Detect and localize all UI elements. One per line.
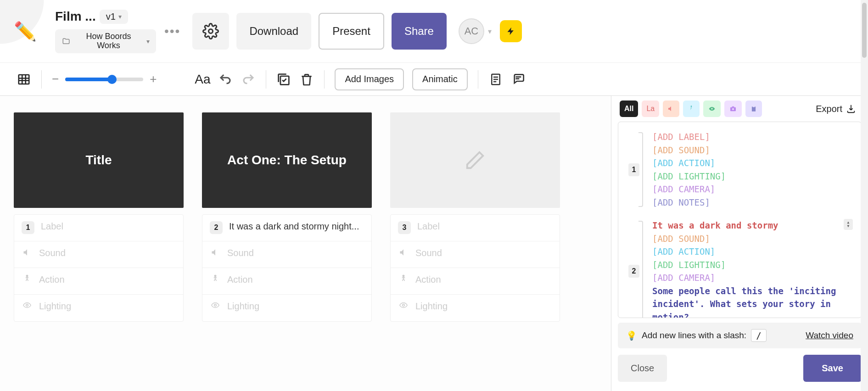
save-button[interactable]: Save <box>803 355 862 382</box>
present-button[interactable]: Present <box>319 13 384 50</box>
folder-selector[interactable]: How Boords Works ▾ <box>55 29 156 53</box>
script-line[interactable]: [ADD LABEL] <box>652 130 855 144</box>
frame-action-placeholder: Action <box>415 274 441 285</box>
script-line[interactable]: [ADD NOTES] <box>652 196 855 209</box>
frame-lighting-row[interactable]: Lighting <box>14 295 183 321</box>
scrollbar-thumb[interactable] <box>862 3 867 58</box>
svg-point-13 <box>732 108 734 110</box>
delete-button[interactable] <box>297 69 317 89</box>
add-images-button[interactable]: Add Images <box>335 68 404 90</box>
text-style-button[interactable]: Aa <box>192 69 213 89</box>
folder-label: How Boords Works <box>75 32 142 50</box>
filter-sound[interactable] <box>663 101 679 117</box>
frame-lighting-row[interactable]: Lighting <box>391 295 560 321</box>
redo-button[interactable] <box>238 69 258 89</box>
filter-all[interactable]: All <box>620 101 638 117</box>
script-line[interactable]: [ADD CAMERA] <box>652 183 855 196</box>
script-lines[interactable]: [ADD LABEL][ADD SOUND][ADD ACTION][ADD L… <box>646 130 855 209</box>
separator <box>266 70 266 89</box>
script-line[interactable]: [ADD LIGHTING] <box>652 258 855 272</box>
frame-number: 2 <box>210 221 223 234</box>
svg-point-0 <box>209 29 213 34</box>
frame-image[interactable] <box>390 112 560 208</box>
app-logo[interactable]: ✏️ <box>0 0 50 63</box>
storyboard-frame[interactable]: Title1LabelSoundActionLighting <box>14 112 184 374</box>
frame-sound-placeholder: Sound <box>227 248 254 258</box>
undo-icon <box>218 73 232 86</box>
storyboard-frame[interactable]: Act One: The Setup2It was a dark and sto… <box>202 112 372 374</box>
undo-button[interactable] <box>215 69 235 89</box>
script-line[interactable]: [ADD LIGHTING] <box>652 170 855 183</box>
script-line[interactable]: [ADD CAMERA] <box>652 271 855 285</box>
filter-lighting[interactable] <box>703 101 721 117</box>
zoom-in[interactable]: + <box>147 72 159 86</box>
script-line[interactable]: Some people call this the 'inciting inci… <box>652 285 855 318</box>
script-line[interactable]: [ADD ACTION] <box>652 245 855 258</box>
script-editor[interactable]: 1[ADD LABEL][ADD SOUND][ADD ACTION][ADD … <box>618 122 862 318</box>
script-gutter: 2 <box>625 219 643 318</box>
frame-lighting-row[interactable]: Lighting <box>202 295 371 321</box>
export-button[interactable]: Export <box>812 102 860 116</box>
script-block[interactable]: 1[ADD LABEL][ADD SOUND][ADD ACTION][ADD … <box>625 130 855 209</box>
notes-view-button[interactable] <box>486 69 506 89</box>
frame-sound-row[interactable]: Sound <box>391 241 560 268</box>
more-menu[interactable]: ••• <box>156 24 189 39</box>
filter-notes[interactable] <box>745 101 762 117</box>
zoom-thumb[interactable] <box>107 75 117 84</box>
project-title[interactable]: Film ... <box>55 9 96 24</box>
frame-image[interactable]: Act One: The Setup <box>202 112 372 208</box>
frame-label-text: It was a dark and stormy night... <box>229 221 359 232</box>
tip-key: / <box>751 329 766 342</box>
script-line[interactable]: [ADD SOUND] <box>652 144 855 157</box>
zoom-track[interactable] <box>65 78 143 81</box>
version-selector[interactable]: v1 ▾ <box>100 10 128 24</box>
script-lines[interactable]: ▲▼It was a dark and stormy[ADD SOUND][AD… <box>646 219 855 318</box>
frame-label-row[interactable]: 3Label <box>391 215 560 241</box>
stack-check-icon <box>276 72 291 87</box>
script-line[interactable]: It was a dark and stormy <box>652 219 855 232</box>
window-scrollbar[interactable] <box>861 0 868 391</box>
pencil-icon <box>465 150 486 171</box>
frame-stepper[interactable]: ▲▼ <box>844 219 853 230</box>
share-button[interactable]: Share <box>392 13 447 50</box>
frame-action-row[interactable]: Action <box>391 268 560 295</box>
watch-video-link[interactable]: Watch video <box>806 330 853 341</box>
script-line[interactable]: [ADD SOUND] <box>652 232 855 246</box>
frame-number: 3 <box>398 221 411 234</box>
lighting-icon <box>22 301 33 309</box>
frame-fields: 2It was a dark and stormy night...SoundA… <box>202 214 372 322</box>
storyboard-frame[interactable]: 3LabelSoundActionLighting <box>390 112 560 374</box>
select-multiple-button[interactable] <box>274 69 294 89</box>
zoom-out[interactable]: − <box>49 72 62 86</box>
settings-button[interactable] <box>192 13 229 50</box>
folder-icon <box>62 37 71 45</box>
frame-action-row[interactable]: Action <box>14 268 183 295</box>
script-line[interactable]: [ADD ACTION] <box>652 156 855 170</box>
animatic-button[interactable]: Animatic <box>412 68 468 90</box>
filter-action[interactable] <box>683 101 700 117</box>
clipboard-icon <box>750 105 757 113</box>
filter-camera[interactable] <box>724 101 742 117</box>
upgrade-button[interactable] <box>500 20 522 42</box>
close-button[interactable]: Close <box>618 355 667 382</box>
svg-rect-14 <box>752 106 756 112</box>
filter-label[interactable]: La <box>642 101 659 117</box>
zoom-slider[interactable]: − + <box>49 72 159 86</box>
script-block[interactable]: 2▲▼It was a dark and stormy[ADD SOUND][A… <box>625 219 855 318</box>
text-icon: Aa <box>195 72 210 87</box>
comments-button[interactable] <box>509 69 529 89</box>
frame-sound-placeholder: Sound <box>39 248 66 258</box>
avatar-menu-chevron[interactable]: ▾ <box>488 27 492 36</box>
frame-label-row[interactable]: 2It was a dark and stormy night... <box>202 215 371 241</box>
user-avatar[interactable]: AC <box>459 18 484 44</box>
frame-image[interactable]: Title <box>14 112 184 208</box>
grid-view-button[interactable] <box>14 69 34 89</box>
frame-sound-row[interactable]: Sound <box>14 241 183 268</box>
frame-action-row[interactable]: Action <box>202 268 371 295</box>
action-icon <box>398 274 409 284</box>
frame-label-row[interactable]: 1Label <box>14 215 183 241</box>
frame-lighting-placeholder: Lighting <box>227 301 259 312</box>
storyboard-canvas[interactable]: Title1LabelSoundActionLightingAct One: T… <box>0 96 611 391</box>
download-button[interactable]: Download <box>236 13 311 50</box>
frame-sound-row[interactable]: Sound <box>202 241 371 268</box>
